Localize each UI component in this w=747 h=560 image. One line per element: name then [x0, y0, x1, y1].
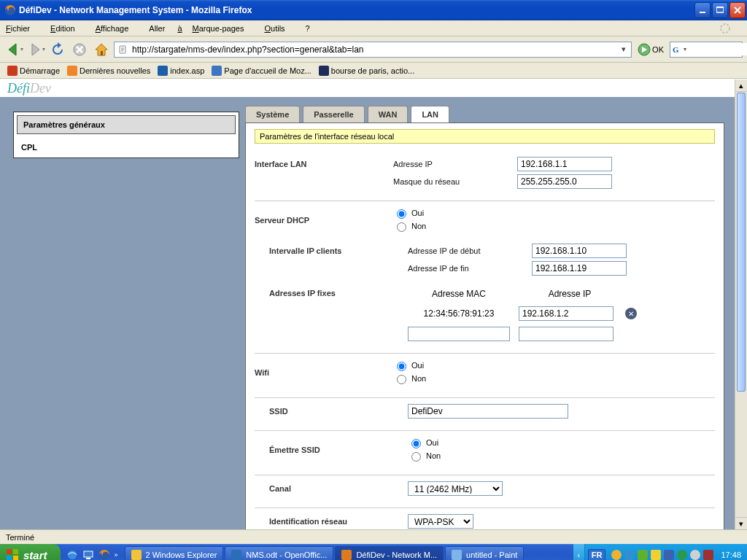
- label-dhcp-yes: Oui: [411, 209, 424, 217]
- delete-row-button[interactable]: ✕: [625, 308, 637, 319]
- url-input[interactable]: [131, 44, 618, 55]
- heading-fixed-ip: Adresses IP fixes: [269, 289, 408, 298]
- label-ip-start: Adresse IP de début: [408, 246, 532, 255]
- scroll-up-button[interactable]: ▴: [735, 79, 747, 92]
- tray-icon-1[interactable]: [611, 550, 622, 560]
- label-broadcast-ssid: Émettre SSID: [269, 446, 408, 454]
- input-ip-start[interactable]: [532, 244, 627, 258]
- bookmark-item-1[interactable]: Dernières nouvelles: [64, 65, 153, 77]
- radio-wifi-yes[interactable]: [397, 362, 406, 371]
- task-app-icon: [231, 550, 241, 560]
- back-button[interactable]: [4, 40, 23, 59]
- input-lan-ip[interactable]: [517, 157, 612, 171]
- menu-file[interactable]: Fichier: [6, 24, 40, 33]
- tab-passerelle[interactable]: Passerelle: [303, 106, 364, 122]
- input-fixed-ip-1[interactable]: [519, 327, 614, 341]
- bookmark-item-4[interactable]: bourse de paris, actio...: [316, 65, 417, 77]
- tray-icon-6[interactable]: [677, 550, 687, 560]
- svg-rect-14: [13, 556, 18, 560]
- tab-système[interactable]: Système: [245, 106, 300, 122]
- input-ip-end[interactable]: [532, 261, 627, 276]
- taskbar-item-3[interactable]: untitled - Paint: [445, 546, 524, 560]
- ql-firefox-icon[interactable]: [98, 549, 110, 560]
- window-close-button[interactable]: [729, 2, 746, 18]
- menu-edit[interactable]: Edition: [50, 24, 85, 33]
- label-mask: Masque du réseau: [393, 177, 517, 186]
- select-channel[interactable]: 11 (2462 MHz): [408, 481, 503, 496]
- tab-lan[interactable]: LAN: [411, 106, 449, 122]
- bookmarks-toolbar: DémarrageDernières nouvellesindex.aspPag…: [0, 63, 747, 79]
- bookmark-icon: [319, 66, 329, 76]
- menu-go[interactable]: Aller à: [149, 24, 182, 33]
- label-wifi-no: Non: [411, 374, 426, 383]
- sidebar: Paramètres généraux CPL: [0, 97, 245, 529]
- select-auth[interactable]: WPA-PSK: [408, 514, 473, 529]
- radio-broadcast-yes[interactable]: [411, 439, 421, 448]
- menu-bookmarks[interactable]: Marque-pages: [193, 24, 255, 33]
- task-app-icon: [341, 550, 352, 560]
- label-adresse-ip: Adresse IP: [393, 160, 517, 168]
- task-label: DéfiDev - Network M...: [356, 551, 437, 559]
- search-bar[interactable]: G ▾: [670, 42, 743, 58]
- menu-tools[interactable]: Outils: [264, 24, 295, 33]
- input-lan-mask[interactable]: [517, 174, 612, 189]
- text-mac-0: 12:34:56:78:91:23: [408, 308, 510, 319]
- tray-icon-4[interactable]: [651, 550, 661, 560]
- forward-button[interactable]: [26, 40, 45, 59]
- window-maximize-button[interactable]: [712, 2, 728, 18]
- tray-icon-3[interactable]: [638, 550, 648, 560]
- tray-clock[interactable]: 17:48: [721, 551, 741, 559]
- status-text: Terminé: [6, 533, 34, 542]
- sidebar-box: Paramètres généraux CPL: [13, 112, 239, 158]
- tray-icon-8[interactable]: [703, 550, 713, 560]
- radio-broadcast-no[interactable]: [411, 452, 421, 462]
- svg-point-4: [721, 24, 729, 33]
- bookmark-item-2[interactable]: index.asp: [155, 65, 207, 77]
- taskbar-item-2[interactable]: DéfiDev - Network M...: [335, 546, 444, 560]
- search-engine-icon[interactable]: G: [672, 44, 682, 55]
- menu-view[interactable]: Affichage: [96, 24, 139, 33]
- throbber-icon: [719, 23, 731, 34]
- home-button[interactable]: [92, 40, 111, 59]
- url-bar[interactable]: ▾: [114, 42, 632, 58]
- tray-icon-7[interactable]: [690, 550, 700, 560]
- menu-help[interactable]: ?: [306, 24, 310, 33]
- svg-point-15: [68, 551, 77, 559]
- search-input[interactable]: [689, 43, 747, 55]
- language-indicator[interactable]: FR: [588, 549, 606, 560]
- label-ssid: SSID: [269, 407, 408, 416]
- stop-button[interactable]: [70, 40, 89, 59]
- tray-icon-5[interactable]: [664, 550, 674, 560]
- ql-desktop-icon[interactable]: [82, 549, 94, 560]
- window-minimize-button[interactable]: [694, 2, 711, 18]
- input-mac-1[interactable]: [408, 327, 510, 341]
- ql-ie-icon[interactable]: [66, 549, 78, 560]
- sidebar-item-general[interactable]: Paramètres généraux: [17, 115, 236, 134]
- bookmark-item-3[interactable]: Page d'accueil de Moz...: [209, 65, 314, 77]
- scroll-down-button[interactable]: ▾: [735, 517, 747, 529]
- radio-wifi-no[interactable]: [397, 375, 406, 384]
- search-dropdown-icon[interactable]: ▾: [684, 46, 686, 52]
- radio-dhcp-no[interactable]: [397, 222, 406, 232]
- input-fixed-ip-0[interactable]: [519, 306, 614, 321]
- svg-text:G: G: [673, 45, 679, 54]
- reload-button[interactable]: [48, 40, 67, 59]
- svg-rect-6: [101, 51, 103, 55]
- tray-collapse-button[interactable]: ‹: [573, 544, 585, 560]
- bookmark-item-0[interactable]: Démarrage: [4, 65, 63, 77]
- task-app-icon: [131, 550, 142, 560]
- input-ssid[interactable]: [408, 404, 568, 419]
- vertical-scrollbar[interactable]: ▴ ▾: [735, 79, 747, 529]
- radio-dhcp-yes[interactable]: [397, 209, 406, 219]
- scrollbar-thumb[interactable]: [737, 93, 746, 392]
- url-dropdown-arrow-icon[interactable]: ▾: [618, 44, 630, 54]
- sidebar-item-cpl[interactable]: CPL: [14, 137, 239, 158]
- go-button[interactable]: OK: [638, 43, 664, 56]
- taskbar-item-0[interactable]: 2 Windows Explorer: [125, 546, 224, 560]
- tab-wan[interactable]: WAN: [368, 106, 409, 122]
- taskbar-item-1[interactable]: NMS.odt - OpenOffic...: [225, 546, 333, 560]
- tray-icon-2[interactable]: [624, 550, 635, 560]
- task-app-icon: [452, 550, 462, 560]
- start-button[interactable]: start: [0, 544, 61, 560]
- ql-expand-icon[interactable]: »: [115, 551, 118, 559]
